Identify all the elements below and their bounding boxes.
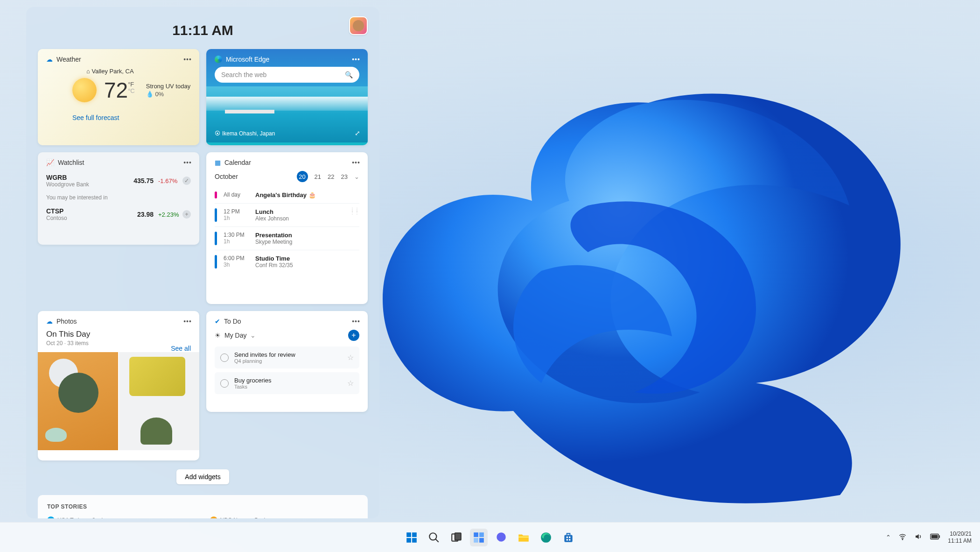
watchlist-widget[interactable]: 📈Watchlist ••• WGRBWoodgrove Bank435.75-… bbox=[38, 152, 199, 245]
star-icon[interactable]: ☆ bbox=[347, 353, 354, 362]
story-item[interactable]: NBC News · 5 minsAre coffee naps the ans… bbox=[210, 517, 359, 518]
ticker-price: 435.75 bbox=[133, 177, 154, 184]
photos-see-all-link[interactable]: See all bbox=[171, 345, 191, 352]
todo-more-button[interactable]: ••• bbox=[350, 317, 362, 326]
photo-thumbnail[interactable] bbox=[38, 352, 118, 450]
event-subtitle: Conf Rm 32/35 bbox=[255, 262, 293, 269]
edge-button[interactable] bbox=[537, 529, 555, 546]
edge-search-input[interactable]: Search the web 🔍 bbox=[215, 67, 359, 83]
calendar-day[interactable]: 21 bbox=[315, 173, 321, 180]
source-icon bbox=[210, 517, 217, 518]
chevron-down-icon[interactable]: ⌄ bbox=[250, 332, 256, 339]
photos-heading: On This Day bbox=[46, 330, 191, 339]
photos-widget[interactable]: ☁Photos ••• On This Day Oct 20 · 33 item… bbox=[38, 311, 199, 460]
svg-rect-16 bbox=[567, 536, 568, 538]
drag-handle-icon[interactable]: ⋮⋮⋮⋮ bbox=[350, 208, 359, 222]
calendar-month: October bbox=[215, 173, 238, 180]
ticker-symbol: WGRB bbox=[46, 174, 89, 181]
ticker-change: +2.23% bbox=[158, 211, 182, 218]
chevron-down-icon[interactable]: ⌄ bbox=[354, 173, 359, 180]
calendar-day[interactable]: 22 bbox=[328, 173, 334, 180]
edge-image: Ikema Ohashi, Japan ⤢ bbox=[206, 86, 368, 142]
calendar-event[interactable]: 6:00 PM3hStudio TimeConf Rm 32/35 bbox=[215, 250, 359, 273]
svg-point-4 bbox=[429, 533, 436, 540]
svg-rect-11 bbox=[479, 538, 484, 543]
search-button[interactable] bbox=[425, 529, 443, 546]
see-forecast-link[interactable]: See full forecast bbox=[46, 114, 191, 121]
add-task-button[interactable]: + bbox=[348, 330, 359, 341]
store-button[interactable] bbox=[560, 529, 577, 546]
volume-icon[interactable] bbox=[914, 532, 923, 542]
event-color-bar bbox=[215, 232, 217, 245]
event-subtitle: Alex Johnson bbox=[255, 215, 289, 222]
photos-more-button[interactable]: ••• bbox=[182, 317, 194, 326]
svg-rect-1 bbox=[412, 532, 417, 537]
svg-rect-13 bbox=[518, 536, 529, 537]
calendar-widget[interactable]: ▦Calendar ••• October 20212223⌄ All dayA… bbox=[206, 152, 368, 304]
star-icon[interactable]: ☆ bbox=[347, 379, 354, 388]
calendar-day[interactable]: 23 bbox=[341, 173, 348, 180]
photos-title: Photos bbox=[56, 318, 77, 325]
watchlist-row[interactable]: WGRBWoodgrove Bank435.75-1.67%✓ bbox=[46, 171, 191, 191]
top-stories-header: TOP STORIES bbox=[47, 503, 358, 510]
todo-icon: ✔ bbox=[215, 318, 220, 325]
wifi-icon[interactable] bbox=[898, 532, 907, 542]
weather-note: Strong UV today bbox=[146, 83, 190, 90]
svg-point-20 bbox=[903, 539, 903, 540]
top-stories-section: TOP STORIES USA Today · 3 minsOne of the… bbox=[38, 495, 368, 518]
expand-icon[interactable]: ⤢ bbox=[355, 129, 360, 137]
explorer-button[interactable] bbox=[515, 529, 532, 546]
weather-precipitation: 0% bbox=[155, 91, 164, 98]
taskbar-clock[interactable]: 10/20/21 11:11 AM bbox=[948, 531, 972, 545]
user-avatar[interactable] bbox=[349, 16, 368, 35]
widgets-panel: 11:11 AM ☁Weather ••• ⌂ Valley Park, CA … bbox=[26, 7, 379, 518]
chat-button[interactable] bbox=[492, 529, 510, 546]
start-button[interactable] bbox=[403, 529, 420, 546]
svg-rect-3 bbox=[412, 538, 417, 543]
ticker-action-icon[interactable]: ✓ bbox=[182, 177, 191, 185]
onedrive-icon: ☁ bbox=[46, 318, 53, 325]
watchlist-row[interactable]: CTSPContoso23.98+2.23%+ bbox=[46, 205, 191, 224]
todo-checkbox[interactable] bbox=[220, 354, 229, 362]
story-source: NBC News bbox=[220, 517, 248, 518]
task-view-button[interactable] bbox=[448, 529, 465, 546]
tray-overflow-icon[interactable]: ⌃ bbox=[886, 534, 891, 541]
edge-more-button[interactable]: ••• bbox=[350, 55, 362, 64]
svg-rect-8 bbox=[474, 532, 478, 537]
calendar-day[interactable]: 20 bbox=[297, 171, 308, 182]
weather-more-button[interactable]: ••• bbox=[182, 55, 194, 64]
ticker-name: Woodgrove Bank bbox=[46, 181, 89, 188]
event-duration: 3h bbox=[224, 262, 249, 268]
add-widgets-button[interactable]: Add widgets bbox=[176, 469, 229, 484]
calendar-event[interactable]: 12 PM1hLunchAlex Johnson⋮⋮⋮⋮ bbox=[215, 203, 359, 226]
ticker-action-icon[interactable]: + bbox=[182, 210, 191, 219]
event-time: 1:30 PM bbox=[224, 232, 249, 238]
calendar-event[interactable]: All dayAngela's Birthday 🎂 bbox=[215, 187, 359, 203]
search-icon: 🔍 bbox=[345, 71, 353, 78]
svg-line-5 bbox=[435, 539, 439, 542]
taskbar-center bbox=[403, 529, 577, 546]
todo-item[interactable]: Buy groceriesTasks☆ bbox=[215, 372, 359, 394]
widgets-button[interactable] bbox=[470, 529, 488, 546]
event-time: 6:00 PM bbox=[224, 255, 249, 262]
ticker-change: -1.67% bbox=[158, 177, 182, 184]
weather-widget[interactable]: ☁Weather ••• ⌂ Valley Park, CA 72°F°C St… bbox=[38, 49, 199, 145]
todo-list-name: My Day bbox=[224, 332, 246, 339]
watchlist-more-button[interactable]: ••• bbox=[182, 158, 194, 167]
edge-image-location: Ikema Ohashi, Japan bbox=[215, 130, 275, 137]
weather-icon: ☁ bbox=[46, 56, 53, 63]
edge-widget[interactable]: Microsoft Edge ••• Search the web 🔍 Ikem… bbox=[206, 49, 368, 145]
calendar-more-button[interactable]: ••• bbox=[350, 158, 362, 167]
calendar-event[interactable]: 1:30 PM1hPresentationSkype Meeting bbox=[215, 226, 359, 250]
story-item[interactable]: USA Today · 3 minsOne of the smallest bl… bbox=[47, 517, 196, 518]
todo-title: To Do bbox=[224, 318, 241, 325]
photo-thumbnail[interactable] bbox=[119, 352, 199, 450]
svg-rect-17 bbox=[569, 536, 570, 538]
svg-rect-15 bbox=[564, 535, 572, 542]
todo-widget[interactable]: ✔To Do ••• ☀ My Day ⌄ + Send invites for… bbox=[206, 311, 368, 412]
battery-icon[interactable] bbox=[930, 533, 940, 541]
svg-rect-2 bbox=[406, 538, 411, 543]
todo-item[interactable]: Send invites for reviewQ4 planning☆ bbox=[215, 347, 359, 368]
chart-icon: 📈 bbox=[46, 159, 54, 166]
todo-checkbox[interactable] bbox=[220, 379, 229, 388]
